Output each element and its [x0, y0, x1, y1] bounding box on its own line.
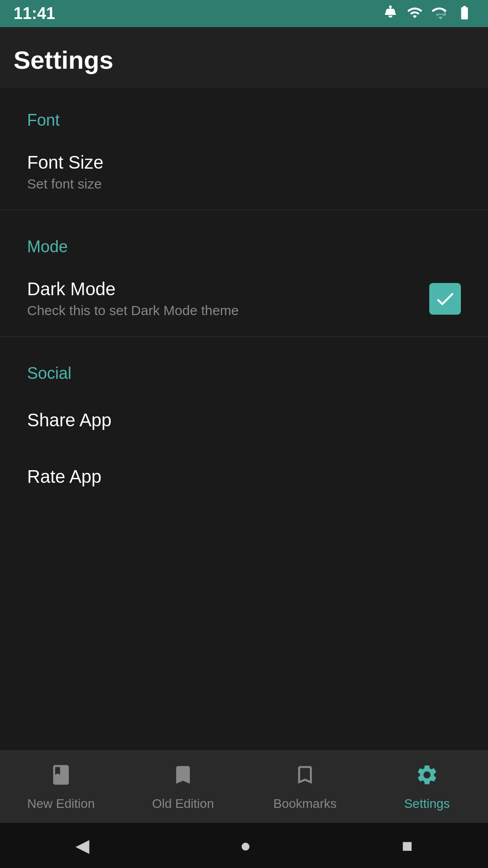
social-section-header: Social: [0, 341, 488, 392]
rate-app-item[interactable]: Rate App: [0, 448, 488, 505]
settings-label: Settings: [404, 797, 450, 811]
font-section: Font Font Size Set font size: [0, 88, 488, 205]
bookmarks-icon: [293, 763, 317, 792]
dark-mode-checkbox[interactable]: [429, 283, 461, 315]
new-edition-icon: [49, 763, 73, 792]
old-edition-icon: [171, 763, 195, 792]
dark-mode-text: Dark Mode Check this to set Dark Mode th…: [27, 279, 239, 318]
status-icons: [382, 4, 474, 24]
home-button[interactable]: ●: [240, 835, 251, 856]
divider-1: [0, 210, 488, 210]
settings-icon: [415, 763, 439, 792]
font-section-header: Font: [0, 88, 488, 139]
mode-section: Mode Dark Mode Check this to set Dark Mo…: [0, 215, 488, 332]
new-edition-label: New Edition: [27, 797, 94, 811]
social-section: Social Share App Rate App: [0, 341, 488, 505]
settings-content: Font Font Size Set font size Mode Dark M…: [0, 88, 488, 750]
status-bar: 11:41: [0, 0, 488, 27]
recents-button[interactable]: ■: [402, 835, 413, 856]
dark-mode-title: Dark Mode: [27, 279, 239, 299]
bottom-nav: New Edition Old Edition Bookmarks Settin…: [0, 750, 488, 823]
font-size-title: Font Size: [27, 152, 103, 173]
mode-section-header: Mode: [0, 215, 488, 265]
dark-mode-item[interactable]: Dark Mode Check this to set Dark Mode th…: [0, 265, 488, 332]
status-time: 11:41: [14, 4, 55, 23]
nav-item-settings[interactable]: Settings: [366, 751, 488, 823]
battery-icon: [455, 5, 474, 23]
bookmarks-label: Bookmarks: [273, 797, 337, 811]
old-edition-label: Old Edition: [152, 797, 214, 811]
notification-icon: [382, 4, 399, 24]
page-title: Settings: [14, 45, 474, 75]
font-size-subtitle: Set font size: [27, 176, 103, 192]
back-button[interactable]: ◀: [75, 835, 89, 856]
nav-item-old-edition[interactable]: Old Edition: [122, 751, 244, 823]
dark-mode-subtitle: Check this to set Dark Mode theme: [27, 303, 239, 318]
share-app-item[interactable]: Share App: [0, 392, 488, 448]
app-bar: Settings: [0, 27, 488, 88]
wifi-icon: [406, 5, 424, 23]
font-size-text: Font Size Set font size: [27, 152, 103, 192]
font-size-item[interactable]: Font Size Set font size: [0, 139, 488, 205]
system-nav: ◀ ● ■: [0, 823, 488, 868]
nav-item-new-edition[interactable]: New Edition: [0, 751, 122, 823]
nav-item-bookmarks[interactable]: Bookmarks: [244, 751, 366, 823]
divider-2: [0, 336, 488, 337]
signal-icon: [431, 5, 447, 23]
